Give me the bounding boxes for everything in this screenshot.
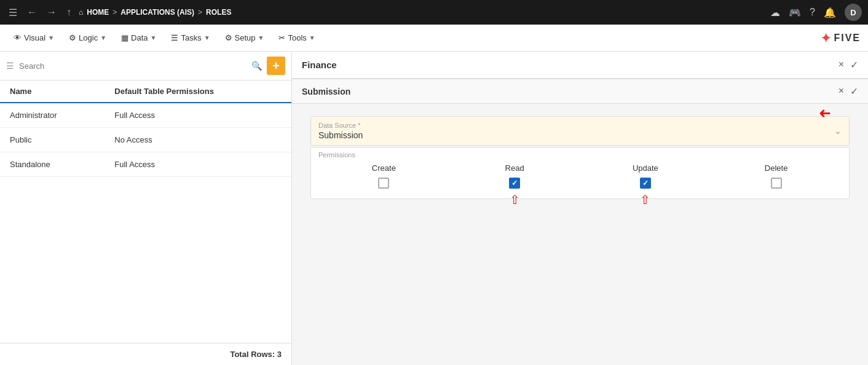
visual-caret: ▼ xyxy=(48,34,54,41)
submission-header-actions: × ✓ xyxy=(838,85,858,97)
cell-permissions: No Access xyxy=(105,128,291,152)
perm-checkbox-read[interactable] xyxy=(509,178,520,189)
perm-col-read: Read⇧ xyxy=(449,163,580,189)
back-icon[interactable]: ← xyxy=(25,4,39,20)
cell-permissions: Full Access xyxy=(105,103,291,128)
datasource-value: Submission xyxy=(318,130,363,140)
left-panel: ☰ 🔍 + Name Default Table Permissions Adm… xyxy=(0,52,292,365)
submission-check-icon[interactable]: ✓ xyxy=(850,85,858,97)
nav-data[interactable]: ▦ Data ▼ xyxy=(115,29,162,46)
perm-checkbox-wrapper-read: ⇧ xyxy=(509,178,520,189)
tasks-caret: ▼ xyxy=(204,34,210,41)
perm-header-update: Update xyxy=(633,163,658,173)
finance-title: Finance xyxy=(302,60,337,70)
perm-col-delete: Delete xyxy=(711,163,842,189)
breadcrumb: ⌂ HOME > APPLICATIONS (AIS) > ROLES xyxy=(79,8,231,17)
nav-setup[interactable]: ⚙ Setup ▼ xyxy=(219,29,270,46)
arrow-datasource: ➜ xyxy=(819,105,831,122)
top-nav-right: ☁ 🎮 ? 🔔 D xyxy=(770,4,862,21)
tasks-icon: ☰ xyxy=(171,33,178,42)
forward-icon[interactable]: → xyxy=(44,4,59,20)
datasource-dropdown-icon[interactable]: ⌄ xyxy=(834,126,842,136)
finance-close-icon[interactable]: × xyxy=(838,59,844,71)
perm-header-delete: Delete xyxy=(765,163,788,173)
data-label: Data xyxy=(131,33,148,42)
finance-check-icon[interactable]: ✓ xyxy=(850,59,858,71)
home-icon[interactable]: ⌂ xyxy=(79,8,83,17)
nav-visual[interactable]: 👁 Visual ▼ xyxy=(7,29,60,46)
perm-checkbox-delete[interactable] xyxy=(771,178,782,189)
perm-checkbox-wrapper-delete xyxy=(771,178,782,189)
filter-icon: ☰ xyxy=(6,61,14,71)
permissions-section: Permissions CreateRead⇧Update⇧Delete xyxy=(310,147,850,199)
cell-name: Standalone xyxy=(0,152,105,177)
five-logo-star: ✦ xyxy=(821,31,831,45)
breadcrumb-sep1: > xyxy=(112,8,117,17)
logic-icon: ⚙ xyxy=(69,33,76,42)
avatar[interactable]: D xyxy=(845,4,862,21)
breadcrumb-sep2: > xyxy=(198,8,202,17)
perm-checkbox-create[interactable] xyxy=(378,178,389,189)
finance-panel: Finance × ✓ xyxy=(292,52,868,79)
perm-header-read: Read xyxy=(505,163,524,173)
top-nav-bar: ☰ ← → ↑ ⌂ HOME > APPLICATIONS (AIS) > RO… xyxy=(0,0,868,25)
nav-tasks[interactable]: ☰ Tasks ▼ xyxy=(165,29,216,46)
setup-label: Setup xyxy=(235,33,256,42)
perm-col-update: Update⇧ xyxy=(580,163,711,189)
menu-icon[interactable]: ☰ xyxy=(6,4,20,21)
search-bar: ☰ 🔍 + xyxy=(0,52,291,80)
five-logo-text: FIVE xyxy=(834,33,861,44)
col-header-name: Name xyxy=(0,80,105,103)
submission-title: Submission xyxy=(302,87,350,96)
perm-checkbox-wrapper-create xyxy=(378,178,389,189)
main-area: ☰ 🔍 + Name Default Table Permissions Adm… xyxy=(0,52,868,365)
nav-tools[interactable]: ✂ Tools ▼ xyxy=(272,29,321,46)
arrow-update: ⇧ xyxy=(640,194,650,206)
search-input[interactable] xyxy=(19,61,247,71)
table-footer: Total Rows: 3 xyxy=(0,343,291,365)
up-icon[interactable]: ↑ xyxy=(64,4,74,20)
tools-caret: ▼ xyxy=(309,34,315,41)
setup-icon: ⚙ xyxy=(225,33,232,42)
logic-label: Logic xyxy=(79,33,98,42)
five-logo: ✦ FIVE xyxy=(821,31,861,45)
bell-icon[interactable]: 🔔 xyxy=(824,7,836,18)
finance-header-actions: × ✓ xyxy=(838,59,858,71)
perm-header-create: Create xyxy=(372,163,396,173)
table-row[interactable]: Standalone Full Access xyxy=(0,152,291,177)
visual-icon: 👁 xyxy=(14,33,22,42)
submission-content: Data Source * Submission ⌄ ➜ Permissions… xyxy=(292,104,868,211)
submission-panel: Submission × ✓ Data Source * Submission … xyxy=(292,79,868,211)
data-caret: ▼ xyxy=(151,34,157,41)
table-row[interactable]: Public No Access xyxy=(0,128,291,152)
datasource-inner: Data Source * Submission xyxy=(318,122,363,140)
datasource-field[interactable]: Data Source * Submission ⌄ xyxy=(310,116,850,146)
datasource-label: Data Source * xyxy=(318,122,363,129)
tools-label: Tools xyxy=(288,33,306,42)
data-icon: ▦ xyxy=(121,33,128,42)
submission-close-icon[interactable]: × xyxy=(838,85,844,97)
permissions-label: Permissions xyxy=(311,147,849,159)
setup-caret: ▼ xyxy=(258,34,264,41)
secondary-nav: 👁 Visual ▼ ⚙ Logic ▼ ▦ Data ▼ ☰ Tasks ▼ … xyxy=(0,25,868,52)
data-table: Name Default Table Permissions Administr… xyxy=(0,80,291,343)
help-icon[interactable]: ? xyxy=(810,7,815,18)
submission-header: Submission × ✓ xyxy=(292,79,868,104)
puzzle-icon[interactable]: 🎮 xyxy=(789,7,801,18)
datasource-wrapper: Data Source * Submission ⌄ ➜ xyxy=(310,116,850,146)
perm-checkbox-update[interactable] xyxy=(640,178,651,189)
cell-name: Public xyxy=(0,128,105,152)
logic-caret: ▼ xyxy=(100,34,106,41)
roles-label[interactable]: ROLES xyxy=(206,8,231,17)
add-button[interactable]: + xyxy=(267,57,285,75)
tasks-label: Tasks xyxy=(181,33,201,42)
cell-permissions: Full Access xyxy=(105,152,291,177)
cell-name: Administrator xyxy=(0,103,105,128)
nav-logic[interactable]: ⚙ Logic ▼ xyxy=(63,29,112,46)
table-row[interactable]: Administrator Full Access xyxy=(0,103,291,128)
home-label[interactable]: HOME xyxy=(87,8,109,17)
arrow-read: ⇧ xyxy=(510,194,520,206)
apps-label[interactable]: APPLICATIONS (AIS) xyxy=(120,8,194,17)
cloud-icon[interactable]: ☁ xyxy=(770,7,780,18)
search-icon: 🔍 xyxy=(251,61,262,71)
